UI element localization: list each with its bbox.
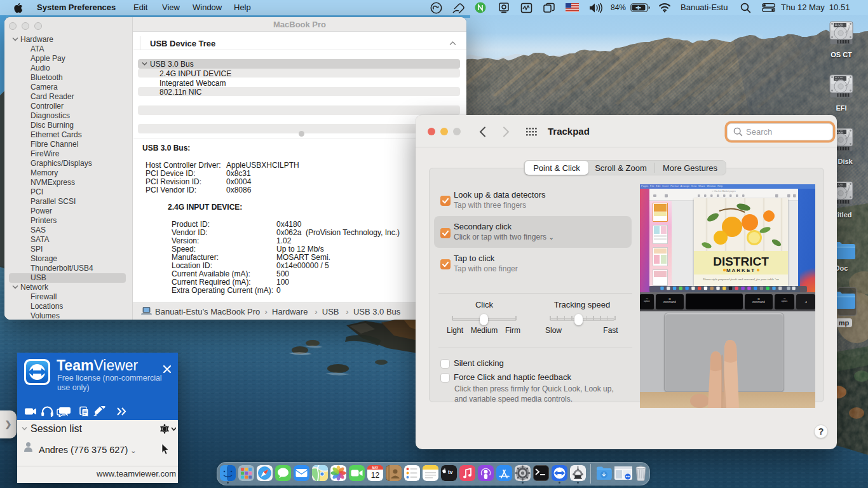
svg-text:○ Ota-lvst Market pages: ○ Ota-lvst Market pages — [712, 189, 736, 192]
svg-text:DISTRICT: DISTRICT — [713, 255, 769, 268]
svg-text:tv: tv — [448, 469, 453, 475]
svg-text:12: 12 — [371, 471, 380, 480]
svg-text:MARKET: MARKET — [726, 268, 756, 273]
svg-text:MAY: MAY — [372, 466, 379, 470]
